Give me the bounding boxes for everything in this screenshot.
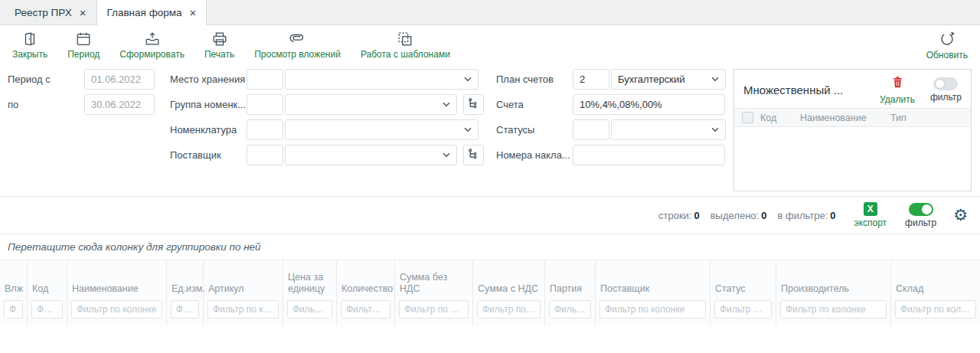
group-hint: Перетащите сюда колонку для группировки … (8, 241, 261, 253)
view-attachments-button[interactable]: Просмотр вложений (254, 31, 341, 60)
gear-icon[interactable]: ⚙ (953, 208, 968, 224)
templates-button[interactable]: Работа с шаблонами (361, 31, 450, 60)
multi-filter-column-header: Код Наименование Тип (734, 108, 971, 127)
chevron-down-icon (464, 127, 472, 132)
column-vlzh: Влж (0, 260, 28, 325)
storage-label: Место хранения (170, 74, 247, 85)
toolbar-button-label: Закрыть (12, 49, 47, 60)
period-from-input[interactable] (84, 69, 155, 90)
toolbar: Закрыть Период Сформировать Печать Просм… (0, 25, 980, 65)
column-header[interactable]: Поставщик (596, 260, 710, 300)
chart-of-accounts-code-input[interactable] (573, 69, 609, 90)
column-kod[interactable]: Код (760, 113, 800, 123)
column-header[interactable]: Статус (710, 260, 776, 300)
tab-reestr-prh[interactable]: Реестр ПРХ × (5, 0, 96, 25)
excel-export-icon: X (864, 202, 877, 216)
supplier-hierarchy-button[interactable] (463, 145, 484, 165)
column-cena-za-edinicu: Цена за единицу (283, 260, 337, 325)
column-tip[interactable]: Тип (890, 113, 971, 123)
column-naimenovanie[interactable]: Наименование (800, 113, 890, 123)
column-header[interactable]: Код (28, 260, 67, 300)
storage-select[interactable] (285, 69, 479, 90)
tab-glavnaya-forma[interactable]: Главная форма × (96, 0, 207, 25)
invoice-numbers-label: Номера накла... (496, 149, 573, 161)
column-header[interactable]: Влж (0, 260, 27, 300)
column-filter-input[interactable] (895, 300, 976, 319)
column-filter-input[interactable] (71, 300, 162, 319)
nomen-group-combo (247, 94, 484, 115)
column-header[interactable]: Склад (891, 260, 980, 300)
storage-code-input[interactable] (247, 69, 283, 90)
column-header[interactable]: Наименование (67, 260, 166, 300)
statuses-combo (573, 119, 726, 140)
accounts-input[interactable] (573, 94, 725, 115)
nomen-group-select[interactable] (285, 94, 457, 115)
chart-of-accounts-value: Бухгалтерский (618, 74, 685, 85)
statuses-select[interactable] (611, 119, 726, 140)
multi-filter-toggle[interactable]: фильтр (930, 77, 962, 103)
chart-of-accounts-combo: Бухгалтерский (573, 69, 726, 90)
nomenclature-combo (247, 119, 479, 140)
toggle-off-icon[interactable] (933, 77, 958, 90)
calendar-icon (75, 31, 92, 47)
column-filter-input[interactable] (399, 300, 469, 319)
close-button[interactable]: Закрыть (12, 31, 47, 60)
export-button[interactable]: X экспорт (854, 202, 887, 228)
filter-toggle-label: фильтр (905, 217, 936, 228)
column-filter-input[interactable] (780, 300, 887, 319)
app-window: Реестр ПРХ × Главная форма × Закрыть Пер… (0, 0, 980, 353)
column-postavshchik: Поставщик (596, 260, 710, 325)
filter-panel: Период с по Место хранения Г (0, 65, 980, 197)
delete-button[interactable]: Удалить (880, 75, 915, 105)
grid-filter-toggle[interactable]: фильтр (905, 203, 936, 228)
column-filter-input[interactable] (31, 300, 63, 319)
column-header[interactable]: Ед.изм. (167, 260, 203, 300)
nomenclature-code-input[interactable] (247, 119, 283, 140)
column-header[interactable]: Сумма без НДС (395, 260, 472, 300)
generate-button[interactable]: Сформировать (119, 31, 185, 60)
column-filter-input[interactable] (599, 300, 706, 319)
trash-icon (890, 75, 905, 93)
statuses-code-input[interactable] (573, 119, 609, 140)
column-header[interactable]: Сумма с НДС (473, 260, 544, 300)
period-to-input[interactable] (84, 94, 155, 115)
column-filter-input[interactable] (341, 300, 390, 319)
column-header[interactable]: Партия (545, 260, 595, 300)
supplier-select[interactable] (285, 145, 457, 165)
paperclip-icon (289, 31, 307, 47)
select-all-checkbox[interactable] (742, 112, 753, 123)
toolbar-button-label: Сформировать (119, 49, 185, 60)
group-by-drop-zone[interactable]: Перетащите сюда колонку для группировки … (0, 234, 980, 260)
column-header[interactable]: Цена за единицу (283, 260, 336, 300)
column-filter-input[interactable] (171, 300, 199, 319)
nomen-group-code-input[interactable] (247, 94, 283, 115)
close-icon[interactable]: × (190, 7, 197, 18)
delete-label: Удалить (880, 94, 915, 105)
invoice-numbers-input[interactable] (573, 145, 725, 165)
column-filter-input[interactable] (207, 300, 279, 319)
nomenclature-select[interactable] (285, 119, 479, 140)
column-header[interactable]: Артикул (204, 260, 283, 300)
column-header[interactable]: Производитель (776, 260, 890, 300)
column-proizvoditel: Производитель (776, 260, 891, 325)
column-header[interactable]: Количество (337, 260, 394, 300)
column-ed-izm: Ед.изм. (167, 260, 204, 325)
nomen-group-hierarchy-button[interactable] (463, 94, 484, 115)
column-filter-input[interactable] (477, 300, 541, 319)
storage-combo (247, 69, 479, 90)
chart-of-accounts-select[interactable]: Бухгалтерский (611, 69, 726, 90)
templates-icon (397, 31, 413, 47)
column-filter-input[interactable] (549, 300, 591, 319)
supplier-code-input[interactable] (247, 145, 283, 165)
tab-label: Главная форма (107, 7, 182, 18)
statuses-label: Статусы (496, 124, 573, 136)
toggle-on-icon[interactable] (909, 203, 933, 216)
column-filter-input[interactable] (714, 300, 772, 319)
column-kod: Код (28, 260, 67, 325)
column-filter-input[interactable] (287, 300, 332, 319)
refresh-button[interactable]: Обновить (926, 30, 968, 60)
column-filter-input[interactable] (4, 300, 23, 319)
print-button[interactable]: Печать (204, 31, 234, 60)
close-icon[interactable]: × (80, 7, 87, 18)
period-button[interactable]: Период (67, 31, 100, 60)
